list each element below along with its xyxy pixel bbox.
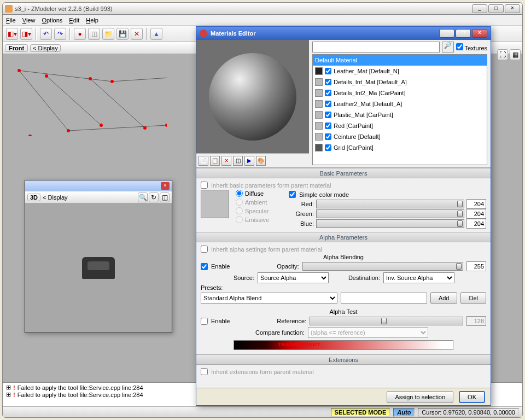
extensions-panel: Extensions Inherit extensions form paren… — [196, 354, 491, 378]
mat-titlebar[interactable]: Materials Editor _ □ × — [196, 27, 491, 40]
float-display-dropdown[interactable]: < Display — [43, 194, 68, 201]
menu-edit[interactable]: Edit — [69, 17, 79, 24]
diffuse-radio[interactable]: Diffuse — [236, 190, 269, 197]
redo-icon[interactable]: ↷ — [54, 28, 66, 40]
save-icon[interactable]: 💾 — [116, 28, 129, 40]
menu-options[interactable]: Options — [42, 17, 62, 24]
opacity-slider[interactable] — [302, 262, 463, 271]
source-dropdown[interactable]: Source Alpha — [258, 272, 329, 283]
red-slider[interactable] — [316, 200, 464, 208]
maximize-button[interactable]: □ — [488, 4, 504, 13]
play-icon[interactable]: ▶ — [244, 156, 254, 166]
blue-slider[interactable] — [316, 219, 464, 228]
menu-help[interactable]: Help — [86, 17, 98, 24]
new-mat-icon[interactable]: 📄 — [199, 156, 208, 166]
alpha-blending-label: Alpha Blending — [201, 254, 486, 260]
undo-icon[interactable]: ↶ — [40, 28, 52, 40]
menu-file[interactable]: File — [6, 17, 16, 24]
drop-icon[interactable]: ▲ — [150, 28, 162, 40]
materials-editor-dialog[interactable]: Materials Editor _ □ × 📄 📋 ✕ ◫ ▶ 🎨 — [196, 26, 491, 406]
mat-footer: Assign to selection OK — [196, 388, 491, 405]
mat-minimize-button[interactable]: _ — [439, 29, 454, 38]
simple-color-checkbox[interactable] — [289, 191, 296, 198]
material-item[interactable]: Default Material — [313, 55, 487, 66]
zoom-icon[interactable]: 🔍 — [138, 192, 148, 202]
del-preset-button[interactable]: Del — [460, 292, 486, 304]
enable-test-checkbox[interactable] — [201, 318, 208, 325]
opacity-value[interactable]: 255 — [466, 261, 486, 271]
view-name[interactable]: Front — [5, 44, 28, 52]
material-item[interactable]: Grid [CarPaint] — [313, 142, 487, 153]
material-item[interactable]: Details_Int2_Ma [CarPaint] — [313, 88, 487, 98]
blue-value[interactable]: 204 — [466, 219, 486, 229]
folder-icon[interactable]: 📁 — [102, 28, 114, 40]
material-item[interactable]: Leather_Mat [Default_N] — [313, 66, 487, 77]
copy-mat-icon[interactable]: 📋 — [210, 156, 220, 166]
float-viewport[interactable] — [25, 203, 172, 332]
preview-sphere — [209, 53, 296, 141]
material-item[interactable]: Details_Int_Mat [Default_A] — [313, 77, 487, 88]
float-view-name[interactable]: 3D — [27, 194, 40, 201]
material-search-input[interactable] — [312, 42, 440, 52]
svg-point-1 — [110, 80, 114, 83]
preset-dropdown[interactable]: Standard Alpha Blend — [201, 293, 337, 304]
delete-mat-icon[interactable]: ✕ — [221, 156, 231, 166]
material-item[interactable]: Ceinture [Default] — [313, 131, 487, 142]
expand-icon[interactable]: ⛶ — [497, 49, 508, 60]
inherit-ext-checkbox[interactable] — [201, 368, 208, 375]
red-ball-icon[interactable]: ● — [74, 28, 86, 40]
svg-point-4 — [67, 129, 70, 132]
inherit-alpha-checkbox[interactable] — [201, 246, 208, 253]
main-titlebar: s3_i - ZModeler ver 2.2.6 (Build 993) _ … — [3, 3, 522, 15]
preset-name-input[interactable] — [341, 293, 427, 304]
open-icon[interactable]: ◨▾ — [20, 28, 32, 40]
display-dropdown[interactable]: < Display — [30, 44, 61, 52]
svg-point-0 — [18, 69, 21, 72]
status-mode: SELECTED MODE — [331, 408, 390, 417]
mat-maximize-button[interactable]: □ — [456, 29, 471, 38]
inherit-basic-checkbox[interactable] — [201, 182, 208, 189]
cube-preview-icon[interactable]: ◫ — [233, 156, 243, 166]
material-item[interactable]: Leather2_Mat [Default_A] — [313, 98, 487, 109]
green-slider[interactable] — [316, 209, 464, 218]
mat-close-button[interactable]: × — [472, 29, 487, 38]
svg-point-20 — [143, 126, 147, 130]
minimize-button[interactable]: _ — [472, 4, 487, 13]
destination-dropdown[interactable]: Inv. Source Alpha — [383, 272, 454, 283]
floating-3d-panel[interactable]: × 3D < Display 🔍 ↻ ◫ — [25, 180, 172, 333]
cube-icon[interactable]: ◫ — [88, 28, 100, 40]
find-icon[interactable]: 🔎 — [442, 42, 454, 52]
float-toolbar: 3D < Display 🔍 ↻ ◫ — [25, 191, 172, 203]
assign-button[interactable]: Assign to selection — [387, 391, 453, 403]
enable-blend-checkbox[interactable] — [201, 263, 208, 270]
material-item[interactable]: Red [CarPaint] — [313, 120, 487, 131]
orbit-icon[interactable]: ↻ — [149, 192, 159, 202]
reference-slider[interactable] — [310, 317, 463, 325]
close-button[interactable]: × — [505, 4, 520, 13]
compare-dropdown: (alpha <= reference) — [308, 327, 428, 338]
menu-view[interactable]: View — [22, 17, 36, 24]
textures-checkbox-label[interactable]: Textures — [456, 43, 487, 51]
color-swatch[interactable] — [201, 190, 229, 218]
red-value[interactable]: 204 — [466, 199, 486, 209]
x-icon[interactable]: ✕ — [131, 28, 143, 40]
palette-icon[interactable]: 🎨 — [256, 156, 266, 166]
grid-icon[interactable]: ▦ — [510, 49, 521, 60]
material-item[interactable]: Plastic_Mat [CarPaint] — [313, 109, 487, 120]
float-close-icon[interactable]: × — [161, 182, 170, 190]
float-titlebar[interactable]: × — [25, 180, 172, 191]
ok-button[interactable]: OK — [459, 391, 485, 403]
textures-checkbox[interactable] — [456, 43, 463, 50]
new-icon[interactable]: ◧▾ — [6, 28, 18, 40]
materials-list[interactable]: Default Material Leather_Mat [Default_N]… — [312, 54, 487, 165]
mat-search-row: 🔎 Textures — [309, 40, 491, 54]
window-title: s3_i - ZModeler ver 2.2.6 (Build 993) — [15, 5, 472, 12]
green-value[interactable]: 204 — [466, 209, 486, 219]
fit-icon[interactable]: ◫ — [160, 192, 170, 202]
preview-viewport[interactable] — [196, 40, 309, 153]
mat-title-text: Materials Editor — [211, 30, 256, 37]
reference-value: 128 — [466, 316, 486, 326]
preview-toolbar: 📄 📋 ✕ ◫ ▶ 🎨 — [196, 153, 309, 167]
alpha-header: Alpha Parameters — [196, 232, 491, 242]
add-preset-button[interactable]: Add — [430, 292, 458, 304]
